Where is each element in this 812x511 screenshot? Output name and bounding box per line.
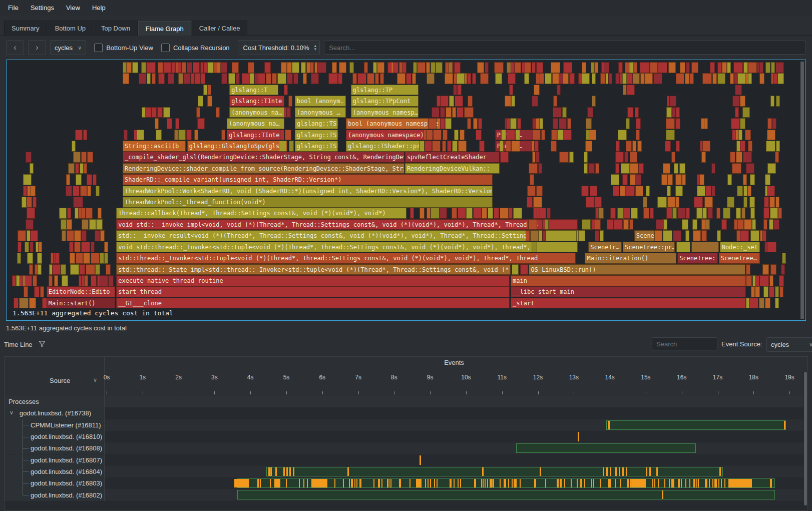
flame-block[interactable]	[587, 107, 593, 118]
flame-block[interactable]	[427, 73, 435, 84]
flame-block[interactable]	[677, 208, 686, 219]
flame-block[interactable]	[589, 130, 596, 141]
flame-block[interactable]	[59, 208, 67, 219]
flame-block[interactable]: glslang::TP	[351, 85, 419, 96]
flame-block[interactable]	[27, 208, 35, 219]
flame-block[interactable]: String::ascii(b	[123, 141, 186, 152]
flame-block[interactable]	[139, 73, 147, 84]
flame-block[interactable]	[630, 62, 634, 73]
flame-block[interactable]	[455, 96, 464, 107]
flame-block[interactable]	[168, 73, 175, 84]
flame-block[interactable]	[426, 62, 430, 73]
flame-block[interactable]	[679, 163, 685, 174]
flame-block[interactable]	[75, 130, 83, 141]
flame-block[interactable]	[640, 73, 644, 84]
timeline-span-bar[interactable]	[266, 467, 723, 476]
flame-block[interactable]	[367, 73, 374, 84]
flame-block[interactable]	[178, 62, 182, 73]
flame-block[interactable]	[625, 62, 629, 73]
flame-block[interactable]: RenderingDevice::shader_compile_from_sou…	[123, 163, 404, 174]
flame-block[interactable]: glslang::T	[229, 85, 278, 96]
flame-block[interactable]	[280, 130, 284, 141]
flame-block[interactable]: ThreadWorkPool::Work<ShaderRD, void (Sha…	[123, 186, 493, 197]
flame-block[interactable]	[653, 73, 662, 84]
flame-block[interactable]	[551, 130, 557, 141]
flame-block[interactable]	[675, 197, 679, 208]
flame-block[interactable]	[454, 62, 461, 73]
flame-block[interactable]	[174, 130, 178, 141]
timeline-scrollbar-thumb[interactable]	[804, 372, 807, 505]
flame-block[interactable]	[182, 62, 186, 73]
flame-block[interactable]	[685, 230, 689, 241]
flame-block[interactable]: Node::_set	[720, 242, 760, 253]
flame-block[interactable]	[453, 85, 457, 96]
flame-block[interactable]	[592, 73, 596, 84]
flame-block[interactable]	[91, 275, 97, 286]
flame-block[interactable]	[402, 62, 407, 73]
flame-block[interactable]	[281, 62, 287, 73]
flame-block[interactable]	[207, 62, 213, 73]
flame-block[interactable]	[82, 219, 89, 230]
flame-block[interactable]	[73, 186, 80, 197]
flame-block[interactable]	[702, 141, 710, 152]
flame-block[interactable]	[74, 230, 81, 241]
flame-scrollbar-thumb[interactable]	[800, 62, 804, 319]
flame-block[interactable]	[668, 62, 676, 73]
flame-block[interactable]	[759, 73, 765, 84]
flame-block[interactable]	[532, 242, 538, 253]
flame-block[interactable]	[27, 253, 33, 264]
flame-block[interactable]	[743, 62, 748, 73]
flame-block[interactable]	[711, 186, 715, 197]
flame-block[interactable]	[749, 298, 758, 309]
flame-block[interactable]	[467, 73, 471, 84]
flame-block[interactable]	[447, 141, 452, 152]
flame-block[interactable]	[717, 62, 722, 73]
flame-block[interactable]	[67, 219, 72, 230]
spinner-arrows-icon[interactable]: ▴▾	[314, 44, 317, 51]
nav-back-button[interactable]: ‹	[6, 40, 24, 55]
flame-block[interactable]	[79, 264, 85, 275]
flame-block[interactable]	[538, 163, 542, 174]
flame-block[interactable]	[694, 197, 703, 208]
flame-block[interactable]	[778, 208, 782, 219]
flame-block[interactable]	[339, 62, 346, 73]
flame-block[interactable]	[197, 118, 205, 129]
flame-block[interactable]	[26, 152, 32, 163]
flame-block[interactable]	[494, 62, 504, 73]
flame-block[interactable]	[643, 208, 649, 219]
flame-block[interactable]	[207, 85, 211, 96]
timeline-row-label[interactable]: godot.linuxbsd. (#16808)	[5, 442, 105, 454]
flame-block[interactable]	[769, 286, 775, 297]
menu-help[interactable]: Help	[86, 2, 112, 14]
flame-block[interactable]	[512, 264, 519, 275]
flame-block[interactable]: glslang::TSha	[295, 118, 338, 129]
flame-block[interactable]	[187, 62, 192, 73]
flame-block[interactable]	[770, 96, 774, 107]
flame-block[interactable]	[198, 96, 203, 107]
flame-block[interactable]	[480, 73, 489, 84]
flame-block[interactable]	[657, 197, 667, 208]
timeline-row-events[interactable]	[105, 419, 803, 431]
flame-block[interactable]	[529, 163, 538, 174]
flame-block[interactable]	[767, 130, 775, 141]
flame-block[interactable]	[604, 62, 609, 73]
flame-block[interactable]: __GI___clone	[116, 298, 510, 309]
flame-block[interactable]	[693, 230, 701, 241]
flame-block[interactable]	[769, 275, 773, 286]
tab-caller-callee[interactable]: Caller / Callee	[192, 21, 248, 35]
flame-block[interactable]	[34, 286, 40, 297]
flame-block[interactable]	[765, 298, 771, 309]
flame-block[interactable]	[412, 73, 416, 84]
flame-block[interactable]	[157, 107, 163, 118]
flame-block[interactable]	[727, 197, 734, 208]
flame-block[interactable]	[96, 219, 103, 230]
flame-block[interactable]	[755, 286, 760, 297]
flame-block[interactable]	[766, 141, 775, 152]
flame-block[interactable]	[467, 118, 472, 129]
source-column-header[interactable]: Source ∨	[5, 357, 105, 396]
flame-block[interactable]	[75, 163, 79, 174]
event-source-select[interactable]: cycles ∨	[766, 337, 812, 352]
flame-block[interactable]: bool (anonymous namespace	[346, 118, 441, 129]
bottom-up-view-option[interactable]: Bottom-Up View	[94, 44, 153, 52]
flame-block[interactable]	[83, 253, 90, 264]
